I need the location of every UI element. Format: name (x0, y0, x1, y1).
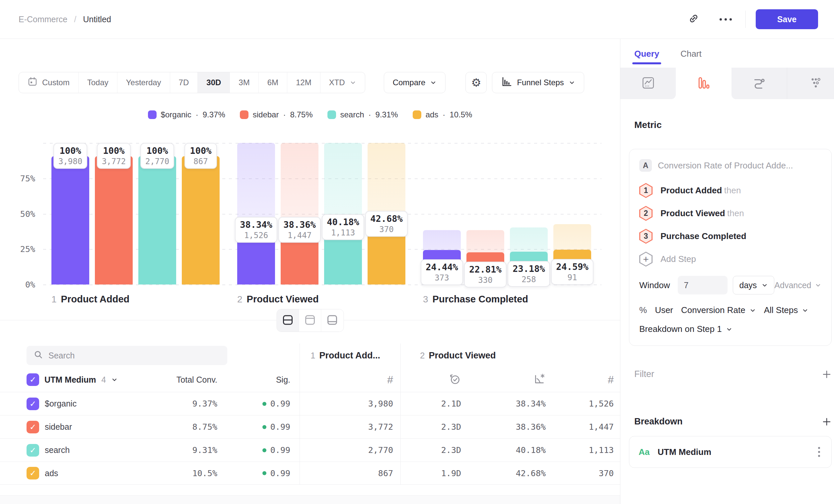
kebab-menu-icon[interactable] (816, 445, 822, 459)
compare-button[interactable]: Compare (384, 72, 446, 93)
measure-scope-dropdown[interactable]: All Steps (764, 305, 809, 315)
breadcrumb-report-title[interactable]: Untitled (83, 15, 111, 24)
step1-count-column[interactable]: # (300, 367, 400, 392)
insights-icon (642, 76, 655, 91)
table-header-groups: 1 Product Add... 2 Product Viewed (0, 344, 620, 367)
row-checkbox[interactable]: ✓ (26, 397, 39, 410)
breadcrumb-project[interactable]: E-Commerce (19, 15, 67, 24)
add-filter-button[interactable] (822, 369, 832, 379)
flows-icon (752, 76, 766, 91)
save-button[interactable]: Save (756, 9, 818, 29)
table-search[interactable] (26, 346, 227, 365)
range-7d[interactable]: 7D (170, 72, 198, 93)
row-label: ads (45, 468, 58, 478)
plot-area: 100% 3,980 100% 3,772 (43, 143, 601, 284)
chevron-down-icon[interactable] (111, 376, 118, 383)
breadcrumb-separator: / (74, 15, 76, 24)
range-30d[interactable]: 30D (198, 72, 230, 93)
bar-value-label: 42.68% 370 (365, 211, 408, 237)
range-12m[interactable]: 12M (287, 72, 321, 93)
breakdown-property-card[interactable]: Aa UTM Medium (629, 436, 832, 468)
breakdown-column-header[interactable]: UTM Medium (44, 375, 96, 385)
sig-value: 0.99 (217, 392, 290, 415)
conv-rate-icon (533, 373, 546, 387)
bar-cell: 23.18% 258 (510, 143, 548, 284)
row-checkbox[interactable]: ✓ (26, 467, 39, 479)
table-row[interactable]: ✓ search 9.31% 0.99 2,770 2.3D 40.18% 1,… (0, 438, 620, 462)
report-type-retention[interactable] (787, 68, 834, 99)
search-input[interactable] (48, 351, 220, 361)
table-row[interactable]: ✓ $organic 9.37% 0.99 3,980 2.1D 38.34% … (0, 392, 620, 415)
add-step-plus-icon: + (639, 252, 653, 267)
bar-cell: 22.81% 330 (466, 143, 504, 284)
layout-table-only-button[interactable] (321, 310, 343, 331)
tab-query[interactable]: Query (634, 49, 659, 64)
tab-chart[interactable]: Chart (680, 49, 702, 64)
step2-time-column[interactable] (400, 367, 461, 392)
percent-icon: % (639, 305, 647, 315)
legend-item[interactable]: ads·10.5% (413, 110, 473, 119)
table-row[interactable]: ✓ sidebar 8.75% 0.99 3,772 2.3D 38.36% 1… (0, 415, 620, 438)
layout-toggle (276, 309, 344, 332)
bar-value-label: 100% 3,772 (97, 143, 131, 169)
select-all-checkbox[interactable]: ✓ (26, 373, 39, 386)
total-conv-value: 9.31% (173, 439, 217, 462)
funnel-step-row-3[interactable]: 3 Purchase Completed (639, 229, 821, 244)
range-xtd[interactable]: XTD (321, 72, 365, 93)
bar-value-label: 24.59% 91 (551, 259, 593, 285)
range-today[interactable]: Today (79, 72, 117, 93)
breakdown-count: 4 (102, 375, 106, 385)
chart-type-button[interactable]: Funnel Steps (492, 72, 584, 93)
funnel-step-row-1[interactable]: 1 Product Added then (639, 183, 821, 198)
row-checkbox[interactable]: ✓ (26, 444, 39, 457)
measure-metric-dropdown[interactable]: Conversion Rate (681, 305, 756, 315)
check-icon: ✓ (29, 468, 36, 478)
step2-count-column[interactable]: # (546, 367, 620, 392)
range-yesterday[interactable]: Yesterday (117, 72, 170, 93)
step2-time-value: 2.3D (400, 415, 461, 438)
chevron-down-icon (749, 307, 756, 314)
funnel-bar[interactable] (51, 156, 89, 284)
layout-split-button[interactable] (277, 310, 299, 331)
calendar-icon (27, 76, 38, 89)
funnel-bar[interactable] (95, 156, 133, 284)
legend-item[interactable]: $organic·9.37% (148, 110, 225, 119)
add-breakdown-button[interactable] (822, 417, 832, 427)
legend-item[interactable]: search·9.31% (327, 110, 398, 119)
funnel-bar[interactable] (138, 156, 176, 284)
bar-cell: 100% 3,772 (95, 143, 133, 284)
row-checkbox[interactable]: ✓ (26, 421, 39, 433)
funnel-bar[interactable] (182, 156, 220, 284)
metric-summary-row[interactable]: A Conversion Rate of Product Adde... (639, 159, 821, 172)
layout-chart-only-button[interactable] (299, 310, 321, 331)
chart-settings-button[interactable]: ⚙ (465, 72, 487, 93)
report-type-insights[interactable] (620, 68, 676, 99)
total-conv-header[interactable]: Total Conv. (173, 367, 217, 392)
add-step-button[interactable]: + Add Step (639, 252, 821, 267)
breakdown-table: 1 Product Add... 2 Product Viewed ✓ (0, 344, 620, 485)
breakdown-on-step-dropdown[interactable]: Breakdown on Step 1 (639, 324, 732, 334)
legend-item[interactable]: sidebar·8.75% (240, 110, 313, 119)
share-link-button[interactable] (685, 10, 702, 28)
sig-header[interactable]: Sig. (217, 367, 290, 392)
window-value-input[interactable] (678, 276, 727, 294)
step2-rate-value: 42.68% (461, 462, 546, 484)
range-6m[interactable]: 6M (259, 72, 287, 93)
table-row[interactable]: ✓ ads 10.5% 0.99 867 1.9D 42.68% 370 (0, 462, 620, 485)
step2-rate-column[interactable] (461, 367, 546, 392)
more-options-button[interactable] (717, 10, 734, 28)
y-tick: 50% (20, 209, 35, 219)
range-custom[interactable]: Custom (19, 72, 79, 93)
split-view-icon (282, 315, 293, 327)
retention-icon (809, 76, 822, 91)
window-unit-select[interactable]: days (733, 276, 774, 294)
funnel-step-row-2[interactable]: 2 Product Viewed then (639, 206, 821, 221)
report-type-funnels[interactable] (676, 68, 731, 99)
advanced-toggle[interactable]: Advanced (774, 280, 821, 290)
chart-table-divider (0, 320, 620, 320)
total-conv-value: 10.5% (173, 462, 217, 484)
measure-entity[interactable]: User (655, 305, 673, 315)
measurement-row: % User Conversion Rate All Steps (639, 305, 821, 315)
range-3m[interactable]: 3M (230, 72, 259, 93)
report-type-flows[interactable] (731, 68, 787, 99)
